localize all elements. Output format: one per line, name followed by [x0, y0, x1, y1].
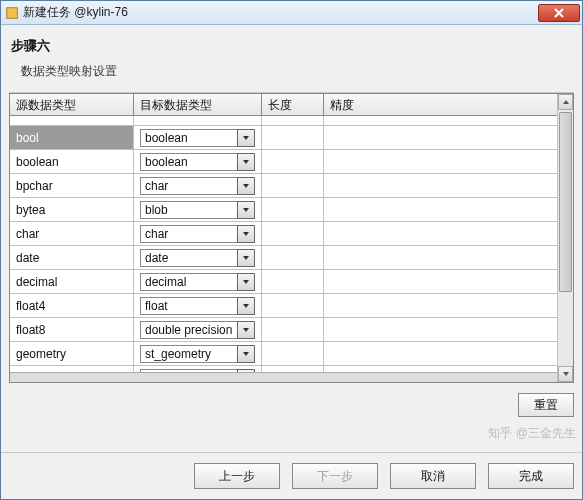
target-type-combo[interactable]: boolean — [140, 153, 255, 171]
length-cell[interactable] — [262, 222, 324, 245]
source-type-cell[interactable]: bytea — [10, 198, 134, 221]
target-type-cell: boolean — [134, 126, 262, 149]
prev-button[interactable]: 上一步 — [194, 463, 280, 489]
precision-cell[interactable] — [324, 198, 557, 221]
precision-cell[interactable] — [324, 294, 557, 317]
watermark: 知乎 @三金先生 — [488, 425, 576, 442]
chevron-down-icon[interactable] — [237, 201, 255, 219]
table-row[interactable]: float8double precision — [10, 318, 557, 342]
target-type-combo[interactable]: int — [140, 369, 255, 373]
h-scroll-stub[interactable] — [10, 372, 557, 382]
precision-cell[interactable] — [324, 318, 557, 341]
next-button[interactable]: 下一步 — [292, 463, 378, 489]
target-type-combo[interactable]: decimal — [140, 273, 255, 291]
source-type-cell[interactable]: date — [10, 246, 134, 269]
target-type-cell: date — [134, 246, 262, 269]
table-row[interactable]: byteablob — [10, 198, 557, 222]
combo-value[interactable]: decimal — [140, 273, 237, 291]
target-type-combo[interactable]: float — [140, 297, 255, 315]
target-type-combo[interactable]: char — [140, 225, 255, 243]
header-source[interactable]: 源数据类型 — [10, 94, 134, 115]
combo-value[interactable]: st_geometry — [140, 345, 237, 363]
vertical-scrollbar[interactable] — [557, 94, 573, 382]
chevron-down-icon[interactable] — [237, 321, 255, 339]
finish-button[interactable]: 完成 — [488, 463, 574, 489]
target-type-combo[interactable]: date — [140, 249, 255, 267]
scroll-down-button[interactable] — [558, 366, 573, 382]
length-cell[interactable] — [262, 294, 324, 317]
precision-cell[interactable] — [324, 342, 557, 365]
scroll-track[interactable] — [558, 110, 573, 366]
precision-cell[interactable] — [324, 126, 557, 149]
source-type-cell[interactable]: bool — [10, 126, 134, 149]
close-button[interactable] — [538, 4, 580, 22]
precision-cell[interactable] — [324, 150, 557, 173]
reset-button[interactable]: 重置 — [518, 393, 574, 417]
combo-value[interactable]: float — [140, 297, 237, 315]
length-cell[interactable] — [262, 366, 324, 372]
chevron-down-icon[interactable] — [237, 129, 255, 147]
header-target[interactable]: 目标数据类型 — [134, 94, 262, 115]
combo-value[interactable]: boolean — [140, 129, 237, 147]
source-type-cell[interactable]: int — [10, 366, 134, 372]
chevron-down-icon[interactable] — [237, 225, 255, 243]
table-row[interactable]: booleanboolean — [10, 150, 557, 174]
target-type-combo[interactable]: boolean — [140, 129, 255, 147]
length-cell[interactable] — [262, 246, 324, 269]
table-row[interactable]: decimaldecimal — [10, 270, 557, 294]
svg-rect-0 — [7, 7, 18, 18]
titlebar[interactable]: 新建任务 @kylin-76 — [1, 1, 582, 25]
length-cell[interactable] — [262, 174, 324, 197]
source-type-cell[interactable]: boolean — [10, 150, 134, 173]
target-type-combo[interactable]: st_geometry — [140, 345, 255, 363]
chevron-down-icon[interactable] — [237, 273, 255, 291]
cancel-button[interactable]: 取消 — [390, 463, 476, 489]
chevron-down-icon[interactable] — [237, 153, 255, 171]
chevron-down-icon[interactable] — [237, 249, 255, 267]
target-type-combo[interactable]: char — [140, 177, 255, 195]
length-cell[interactable] — [262, 150, 324, 173]
source-type-cell[interactable]: float8 — [10, 318, 134, 341]
precision-cell[interactable] — [324, 366, 557, 372]
length-cell[interactable] — [262, 126, 324, 149]
precision-cell[interactable] — [324, 270, 557, 293]
reset-row: 重置 — [9, 393, 574, 417]
chevron-down-icon[interactable] — [237, 369, 255, 373]
source-type-cell[interactable]: float4 — [10, 294, 134, 317]
combo-value[interactable]: date — [140, 249, 237, 267]
header-length[interactable]: 长度 — [262, 94, 324, 115]
target-type-combo[interactable]: blob — [140, 201, 255, 219]
combo-value[interactable]: boolean — [140, 153, 237, 171]
combo-value[interactable]: char — [140, 225, 237, 243]
table-row[interactable]: intint — [10, 366, 557, 372]
precision-cell[interactable] — [324, 246, 557, 269]
source-type-cell[interactable]: geometry — [10, 342, 134, 365]
scroll-up-button[interactable] — [558, 94, 573, 110]
table-row[interactable]: charchar — [10, 222, 557, 246]
table-row[interactable]: boolboolean — [10, 126, 557, 150]
precision-cell[interactable] — [324, 222, 557, 245]
chevron-down-icon[interactable] — [237, 345, 255, 363]
chevron-down-icon[interactable] — [237, 297, 255, 315]
source-type-cell[interactable]: char — [10, 222, 134, 245]
header-precision[interactable]: 精度 — [324, 94, 557, 115]
scroll-thumb[interactable] — [559, 112, 572, 292]
length-cell[interactable] — [262, 270, 324, 293]
target-type-cell: int — [134, 366, 262, 372]
length-cell[interactable] — [262, 198, 324, 221]
combo-value[interactable]: blob — [140, 201, 237, 219]
target-type-combo[interactable]: double precision — [140, 321, 255, 339]
table-row[interactable]: bpcharchar — [10, 174, 557, 198]
table-row[interactable]: geometryst_geometry — [10, 342, 557, 366]
table-row[interactable]: datedate — [10, 246, 557, 270]
combo-value[interactable]: char — [140, 177, 237, 195]
combo-value[interactable]: double precision — [140, 321, 237, 339]
table-row[interactable]: float4float — [10, 294, 557, 318]
source-type-cell[interactable]: bpchar — [10, 174, 134, 197]
chevron-down-icon[interactable] — [237, 177, 255, 195]
combo-value[interactable]: int — [140, 369, 237, 373]
source-type-cell[interactable]: decimal — [10, 270, 134, 293]
length-cell[interactable] — [262, 342, 324, 365]
length-cell[interactable] — [262, 318, 324, 341]
precision-cell[interactable] — [324, 174, 557, 197]
